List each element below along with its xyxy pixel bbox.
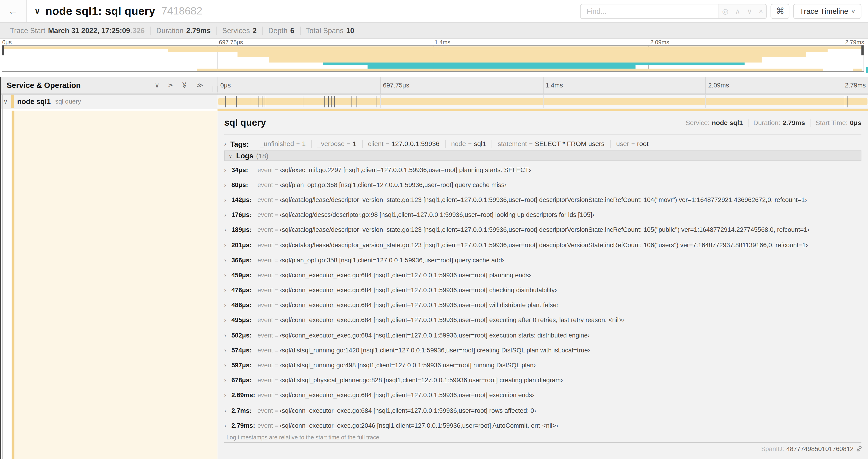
log-message: event=‹sql/plan_opt.go:358 [nsql1,client… [257, 257, 504, 263]
equals-sign: = [273, 211, 280, 218]
log-row[interactable]: ›2.7ms:event=‹sql/conn_executor_exec.go:… [224, 403, 862, 418]
log-row[interactable]: ›502μs:event=‹sql/conn_executor_exec.go:… [224, 328, 862, 343]
overview-label: Start Time: [815, 119, 848, 127]
log-event-tick [845, 96, 845, 107]
log-row[interactable]: ›574μs:event=‹sql/distsql_running.go:142… [224, 342, 862, 358]
trace-id: 7418682 [161, 5, 202, 17]
log-row[interactable]: ›495μs:event=‹sql/conn_executor_exec.go:… [224, 313, 862, 328]
chevron-right-icon: › [224, 347, 231, 353]
log-row[interactable]: ›2.69ms:event=‹sql/conn_executor_exec.go… [224, 388, 862, 403]
keyboard-shortcuts-button[interactable]: ⌘ [771, 3, 789, 19]
log-row[interactable]: ›486μs:event=‹sql/conn_executor_exec.go:… [224, 298, 862, 313]
span-collapse-icon[interactable]: ∨ [0, 98, 11, 104]
log-message: event=‹sql/conn_executor_exec.go:2046 [n… [257, 422, 558, 429]
find-next-icon[interactable]: ∨ [747, 7, 752, 15]
log-field-key: event [257, 257, 273, 263]
minimap-canvas[interactable] [2, 45, 864, 72]
overview-value: 0μs [850, 119, 861, 127]
log-field-key: event [257, 392, 273, 399]
chevron-right-icon: › [224, 332, 231, 338]
log-row[interactable]: ›80μs:event=‹sql/plan_opt.go:358 [nsql1,… [224, 177, 862, 192]
minimap-span-bar [237, 52, 806, 57]
span-service-name: node sql1 [17, 97, 51, 105]
tags-label: Tags: [230, 140, 249, 148]
timeline-gridline [705, 95, 706, 108]
tag-pill[interactable]: _verbose=1 [312, 140, 362, 147]
find-prev-icon[interactable]: ∧ [735, 7, 740, 15]
log-event-tick [258, 96, 259, 107]
log-row[interactable]: ›142μs:event=‹sql/catalog/lease/descript… [224, 192, 862, 207]
log-row[interactable]: ›678μs:event=‹sql/distsql_physical_plann… [224, 373, 862, 388]
log-row[interactable]: ›201μs:event=‹sql/catalog/lease/descript… [224, 237, 862, 253]
log-event-tick [261, 96, 262, 107]
spanid-label: SpanID: [761, 446, 784, 452]
title-collapse-icon[interactable]: ∨ [34, 6, 40, 16]
collapse-all-icon[interactable]: ≫ [181, 81, 188, 89]
log-field-key: event [257, 196, 273, 203]
service-operation-title: Service & Operation [6, 81, 81, 90]
logs-list: ›34μs:event=‹sql/exec_util.go:2297 [nsql… [224, 162, 862, 433]
trace-stat-item: Trace StartMarch 31 2022, 17:25:09.326 [4, 26, 151, 35]
span-row[interactable]: ∨ node sql1 sql query [0, 95, 868, 108]
equals-sign: = [468, 141, 471, 147]
tag-pill[interactable]: client=127.0.0.1:59936 [362, 140, 445, 147]
equals-sign: = [273, 362, 280, 368]
stat-label: Total Spans [306, 26, 343, 35]
logs-footnote: Log timestamps are relative to the start… [224, 434, 862, 443]
tag-pill[interactable]: statement=SELECT * FROM users [492, 140, 611, 147]
chevron-right-icon: › [224, 196, 231, 203]
span-detail-title: sql query [224, 117, 266, 128]
equals-sign: = [296, 141, 300, 147]
log-row[interactable]: ›366μs:event=‹sql/plan_opt.go:358 [nsql1… [224, 252, 862, 267]
span-row-name-cell[interactable]: ∨ node sql1 sql query [0, 95, 217, 108]
tag-pill[interactable]: _unfinished=1 [254, 140, 312, 147]
log-message: event=‹sql/conn_executor_exec.go:684 [ns… [257, 332, 590, 338]
tag-key: client [368, 140, 383, 147]
overview-value: 2.79ms [783, 119, 805, 127]
minimap-right-drag-handle[interactable] [862, 45, 864, 56]
tag-pill[interactable]: node=sql1 [446, 140, 492, 147]
log-event-tick [303, 96, 303, 107]
log-field-value: ‹sql/distsql_running.go:1420 [nsql1,clie… [280, 347, 590, 353]
view-dropdown-label: Trace Timeline [800, 7, 848, 15]
view-dropdown-button[interactable]: Trace Timeline ∨ [794, 3, 862, 19]
span-row-timeline[interactable] [217, 95, 868, 108]
link-icon[interactable] [856, 446, 862, 452]
back-button[interactable]: ← [0, 0, 27, 22]
tags-accordion[interactable]: › Tags: _unfinished=1_verbose=1client=12… [224, 137, 862, 151]
log-row[interactable]: ›34μs:event=‹sql/exec_util.go:2297 [nsql… [224, 162, 862, 177]
log-timestamp: 597μs: [231, 362, 257, 368]
locate-icon[interactable]: ◎ [722, 7, 728, 15]
chevron-down-icon: ∨ [851, 8, 856, 14]
minimap-left-drag-handle[interactable] [2, 45, 4, 56]
find-input[interactable] [581, 4, 718, 18]
minimap-span-bar [323, 63, 745, 66]
log-row[interactable]: ›476μs:event=‹sql/conn_executor_exec.go:… [224, 283, 862, 298]
log-message: event=‹sql/conn_executor_exec.go:684 [ns… [257, 407, 536, 414]
column-resizer-grip[interactable] [213, 86, 217, 92]
left-edge-border [0, 77, 1, 459]
log-event-tick [236, 96, 237, 107]
equals-sign: = [273, 226, 280, 233]
overview-label: Duration: [753, 119, 780, 127]
collapse-one-icon[interactable]: ∨ [155, 82, 160, 88]
log-message: event=‹sql/distsql_running.go:498 [nsql1… [257, 362, 536, 368]
log-field-key: event [257, 287, 273, 293]
equals-sign: = [273, 332, 280, 338]
log-timestamp: 2.69ms: [231, 392, 257, 399]
log-timestamp: 459μs: [231, 272, 257, 278]
log-row[interactable]: ›459μs:event=‹sql/conn_executor_exec.go:… [224, 267, 862, 283]
find-group: ◎ ∧ ∨ × [580, 3, 767, 19]
expand-all-icon[interactable]: ≫ [196, 82, 203, 88]
tag-value: root [637, 140, 648, 147]
log-row[interactable]: ›176μs:event=‹sql/catalog/descs/descript… [224, 207, 862, 223]
log-row[interactable]: ›189μs:event=‹sql/catalog/lease/descript… [224, 222, 862, 237]
tag-pill[interactable]: user=root [611, 140, 654, 147]
find-clear-icon[interactable]: × [759, 7, 763, 15]
tag-key: node [451, 140, 466, 147]
expand-one-icon[interactable]: ∨ [167, 83, 174, 88]
overview-value: node sql1 [712, 119, 743, 127]
logs-accordion-header[interactable]: ∨ Logs (18) [224, 151, 862, 161]
log-row[interactable]: ›597μs:event=‹sql/distsql_running.go:498… [224, 358, 862, 373]
log-row[interactable]: ›2.79ms:event=‹sql/conn_executor_exec.go… [224, 418, 862, 433]
